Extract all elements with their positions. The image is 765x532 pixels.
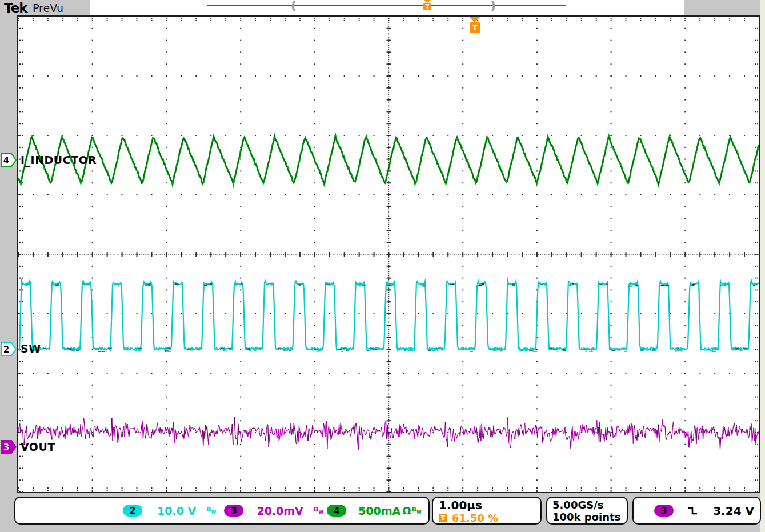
channel3-marker-label: 3 xyxy=(3,442,9,453)
channel2-position-marker[interactable]: 2 xyxy=(1,342,17,356)
channel2-marker-label: 2 xyxy=(3,345,9,355)
trigger-position-percent: 61.50 % xyxy=(452,512,498,524)
channel4-impedance-icon: Ω xyxy=(402,505,411,517)
trigger-position-flag-icon: T xyxy=(470,22,480,33)
trigger-readout-box[interactable]: 3 3.24 V xyxy=(632,497,761,525)
graticule: T I_INDUCTOR SW VOUT xyxy=(17,15,760,493)
trigger-level-value: 3.24 V xyxy=(713,504,755,518)
channel3-scale: 20.0mV xyxy=(257,505,303,517)
horizontal-readout-box[interactable]: 1.00µs T 61.50 % xyxy=(432,497,542,525)
channel3-badge[interactable]: 3 xyxy=(224,505,243,517)
falling-edge-icon xyxy=(686,506,700,516)
channel4-marker-label: 4 xyxy=(3,155,9,166)
record-trigger-flag-icon: T xyxy=(423,3,431,10)
channel2-badge[interactable]: 2 xyxy=(123,505,142,517)
channel2-scale: 10.0 V xyxy=(157,505,196,517)
waveform-display xyxy=(18,17,759,492)
trigger-flag-icon: T xyxy=(439,514,447,522)
trigger-source-badge[interactable]: 3 xyxy=(654,505,674,517)
wave-label-ch4: I_INDUCTOR xyxy=(21,154,97,166)
sample-rate: 5.00GS/s xyxy=(552,499,622,511)
channel4-position-marker[interactable]: 4 xyxy=(1,153,17,167)
wave-label-ch2: SW xyxy=(21,342,41,355)
record-window-bracket-left[interactable]: ( xyxy=(291,0,297,13)
channel2-bandwidth-icon: BW xyxy=(206,506,216,515)
trigger-position-marker[interactable]: T xyxy=(469,17,480,33)
channel4-bandwidth-icon: BW xyxy=(412,506,422,515)
channel3-bandwidth-icon: BW xyxy=(314,506,323,515)
tek-logo: Tek xyxy=(4,1,27,15)
screen-right-strip xyxy=(760,0,765,532)
acquisition-status: PreVu xyxy=(33,2,63,14)
channel-readout-box[interactable]: 2 10.0 V BW 3 20.0mV BW 4 500mA Ω BW xyxy=(14,497,430,525)
timebase-value: 1.00µs xyxy=(439,499,535,511)
trigger-position-arrow-icon xyxy=(469,17,480,22)
channel4-scale: 500mA xyxy=(358,505,400,517)
record-trigger-flag[interactable]: T xyxy=(423,0,432,10)
record-window-bracket-right[interactable]: ) xyxy=(490,0,496,13)
channel4-badge[interactable]: 4 xyxy=(327,505,346,517)
record-length: 100k points xyxy=(552,511,622,523)
topbar-background xyxy=(90,0,684,15)
record-view-line xyxy=(207,5,566,6)
acquisition-readout-box[interactable]: 5.00GS/s 100k points xyxy=(546,497,628,525)
channel3-position-marker[interactable]: 3 xyxy=(1,440,17,454)
wave-label-ch3: VOUT xyxy=(21,441,55,453)
